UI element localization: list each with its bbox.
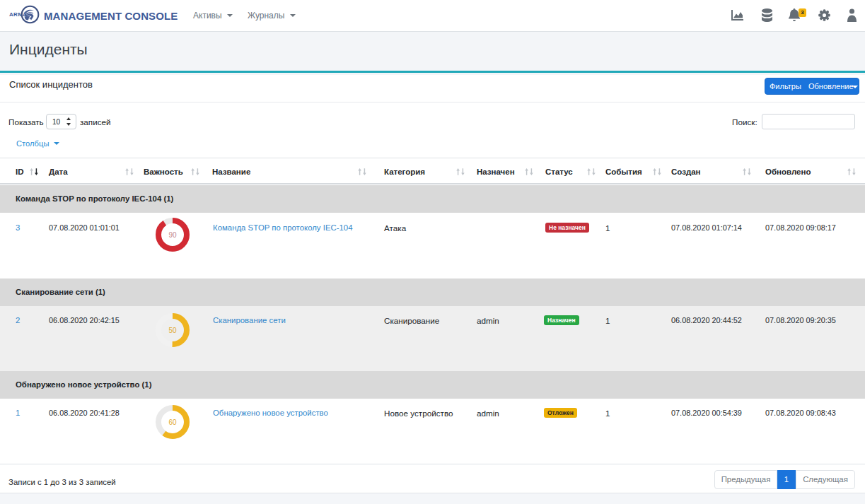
svg-text:60: 60 — [168, 418, 177, 426]
svg-text:90: 90 — [168, 231, 177, 239]
svg-text:50: 50 — [168, 327, 177, 334]
